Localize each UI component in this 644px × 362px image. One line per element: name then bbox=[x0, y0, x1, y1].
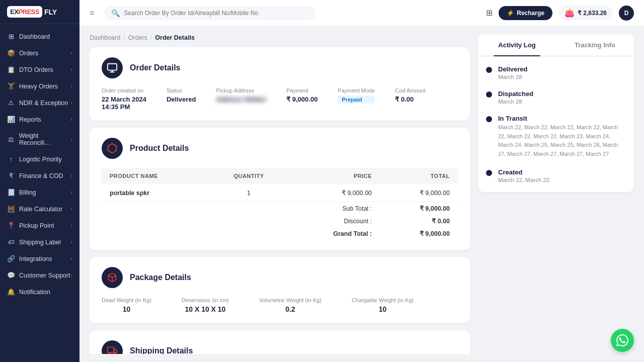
log-entry-created: Created March 22, March 22 bbox=[486, 168, 626, 183]
payment-mode-label: Payment Mode bbox=[338, 87, 375, 94]
sidebar-item-label: Pickup Point bbox=[19, 222, 54, 229]
created-value: 22 March 2024 14:35 PM bbox=[102, 96, 146, 111]
col-total: TOTAL bbox=[380, 168, 458, 184]
activity-log-body: Delivered March 28 Dispatched March 28 bbox=[478, 56, 634, 192]
field-payment: Payment ₹ 9,000.00 bbox=[286, 87, 317, 111]
product-name-cell: portable spkr bbox=[102, 184, 210, 202]
sidebar-item-billing[interactable]: 🧾 Billing › bbox=[0, 184, 79, 201]
chevron-right-icon: › bbox=[71, 173, 72, 178]
finance-cod-icon: ₹ bbox=[7, 172, 15, 179]
sidebar-item-shipping-label[interactable]: 🏷 Shipping Label › bbox=[0, 234, 79, 250]
tab-tracking-info[interactable]: Tracking Info bbox=[556, 34, 634, 56]
chevron-right-icon: › bbox=[71, 223, 72, 228]
created-label: Order created on bbox=[102, 87, 146, 94]
sidebar-item-weight[interactable]: ⚖ Weight Reconcili… › bbox=[0, 128, 79, 151]
package-details-title: Package Details bbox=[130, 273, 191, 282]
support-icon: 💬 bbox=[7, 272, 15, 279]
grand-total-label: Grand Total : bbox=[288, 227, 380, 240]
product-table: PRODUCT NAME QUANTITY PRICE TOTAL portab… bbox=[102, 168, 458, 240]
sidebar-item-rate-calculator[interactable]: 🧮 Rate Calculator › bbox=[0, 201, 79, 217]
table-row: portable spkr 1 ₹ 9,000.00 ₹ 9,000.00 bbox=[102, 184, 458, 202]
field-cod: Cod Amount ₹ 0.00 bbox=[395, 87, 426, 111]
sidebar-item-reports[interactable]: 📊 Reports › bbox=[0, 111, 79, 128]
logo-fly: FLY bbox=[44, 8, 57, 16]
sidebar-item-label: Integrations bbox=[19, 255, 52, 262]
grid-icon[interactable]: ⊞ bbox=[486, 8, 493, 18]
chevron-right-icon: › bbox=[71, 117, 72, 122]
hamburger-icon[interactable]: ≡ bbox=[90, 9, 94, 18]
notification-icon: 🔔 bbox=[7, 288, 15, 296]
chevron-right-icon: › bbox=[71, 273, 72, 278]
log-entry-delivered: Delivered March 28 bbox=[486, 65, 626, 80]
activity-tabs: Activity Log Tracking Info bbox=[478, 34, 634, 56]
shipping-details-header: Shipping Details bbox=[102, 340, 458, 354]
chevron-right-icon: › bbox=[71, 83, 72, 89]
product-details-icon bbox=[102, 138, 123, 159]
integrations-icon: 🔗 bbox=[7, 255, 15, 262]
heavy-orders-icon: 🏋 bbox=[7, 82, 15, 90]
logo-box: EXPRESS bbox=[7, 6, 42, 18]
dead-weight-label: Dead Weight (in Kg) bbox=[102, 297, 151, 303]
log-dot-created bbox=[486, 170, 492, 176]
sidebar-item-logistic-priority[interactable]: ↑ Logistic Priority bbox=[0, 151, 79, 167]
package-details-card: Package Details Dead Weight (in Kg) 10 D… bbox=[90, 257, 470, 323]
chevron-right-icon: › bbox=[71, 256, 72, 261]
sidebar-item-dashboard[interactable]: ⊞ Dashboard bbox=[0, 28, 79, 45]
log-dot-delivered bbox=[486, 67, 492, 73]
sidebar-item-pickup-point[interactable]: 📍 Pickup Point › bbox=[0, 217, 79, 234]
search-input[interactable] bbox=[124, 10, 308, 17]
header: ≡ 🔍 ⊞ ⚡ Recharge 👛 ₹ 2,633.26 D bbox=[79, 0, 644, 26]
payment-label: Payment bbox=[286, 87, 317, 94]
sidebar-item-integrations[interactable]: 🔗 Integrations › bbox=[0, 250, 79, 267]
sidebar-item-label: Weight Reconcili… bbox=[19, 132, 71, 146]
breadcrumb-sep2: / bbox=[150, 34, 152, 41]
sidebar-item-customer-support[interactable]: 💬 Customer Support › bbox=[0, 267, 79, 284]
volumetric-value: 0.2 bbox=[259, 305, 321, 313]
col-price: PRICE bbox=[288, 168, 380, 184]
svg-marker-5 bbox=[114, 349, 117, 353]
breadcrumb-orders[interactable]: Orders bbox=[128, 34, 147, 41]
log-dot-dispatched bbox=[486, 92, 492, 98]
wallet-amount: ₹ 2,633.26 bbox=[578, 10, 607, 17]
recharge-button[interactable]: ⚡ Recharge bbox=[499, 6, 552, 20]
log-status-created: Created bbox=[498, 168, 549, 176]
col-quantity: QUANTITY bbox=[210, 168, 288, 184]
log-status-in-transit: In Transit bbox=[498, 115, 626, 122]
page-body: Dashboard / Orders / Order Details Order… bbox=[90, 34, 470, 354]
tab-activity-log[interactable]: Activity Log bbox=[478, 34, 556, 56]
breadcrumb-current: Order Details bbox=[155, 34, 195, 41]
sidebar-item-label: Customer Support bbox=[19, 272, 70, 279]
sidebar-item-label: NDR & Exception bbox=[19, 100, 68, 107]
subtotal-value: ₹ 9,000.00 bbox=[380, 202, 458, 215]
sidebar-item-finance-cod[interactable]: ₹ Finance & COD › bbox=[0, 167, 79, 184]
whatsapp-fab[interactable] bbox=[611, 329, 634, 352]
log-status-dispatched: Dispatched bbox=[498, 90, 533, 98]
log-content-delivered: Delivered March 28 bbox=[498, 65, 528, 80]
avatar[interactable]: D bbox=[619, 6, 634, 21]
sidebar-item-orders[interactable]: 📦 Orders › bbox=[0, 45, 79, 61]
chevron-right-icon: › bbox=[71, 206, 72, 212]
cod-label: Cod Amount bbox=[395, 87, 426, 94]
sidebar-item-label: DTO Orders bbox=[19, 66, 53, 73]
sidebar-item-ndr[interactable]: ⚠ NDR & Exception › bbox=[0, 95, 79, 111]
chevron-right-icon: › bbox=[71, 190, 72, 195]
log-content-in-transit: In Transit March 22, March 22, March 22,… bbox=[498, 115, 626, 158]
field-pickup: Pickup Address Address Hidden bbox=[216, 87, 266, 111]
wallet-area: 👛 ₹ 2,633.26 bbox=[558, 6, 613, 20]
rate-calc-icon: 🧮 bbox=[7, 205, 15, 213]
package-fields: Dead Weight (in Kg) 10 Dimensions (in cm… bbox=[102, 297, 458, 313]
search-bar: 🔍 bbox=[104, 6, 315, 20]
chargable-value: 10 bbox=[352, 305, 414, 313]
price-cell: ₹ 9,000.00 bbox=[288, 184, 380, 202]
grand-total-value: ₹ 9,000.00 bbox=[380, 227, 458, 240]
breadcrumb-dashboard[interactable]: Dashboard bbox=[90, 34, 120, 41]
sidebar-item-label: Shipping Label bbox=[19, 239, 61, 246]
quantity-cell: 1 bbox=[210, 184, 288, 202]
sidebar-item-dto-orders[interactable]: 📋 DTO Orders › bbox=[0, 61, 79, 78]
sidebar-item-notification[interactable]: 🔔 Notification bbox=[0, 284, 79, 300]
dead-weight-value: 10 bbox=[102, 305, 151, 313]
billing-icon: 🧾 bbox=[7, 189, 15, 196]
sidebar-item-heavy-orders[interactable]: 🏋 Heavy Orders › bbox=[0, 78, 79, 95]
main-area: ≡ 🔍 ⊞ ⚡ Recharge 👛 ₹ 2,633.26 D Dashboar… bbox=[79, 0, 644, 362]
sidebar-logo: EXPRESS FLY bbox=[0, 0, 79, 24]
